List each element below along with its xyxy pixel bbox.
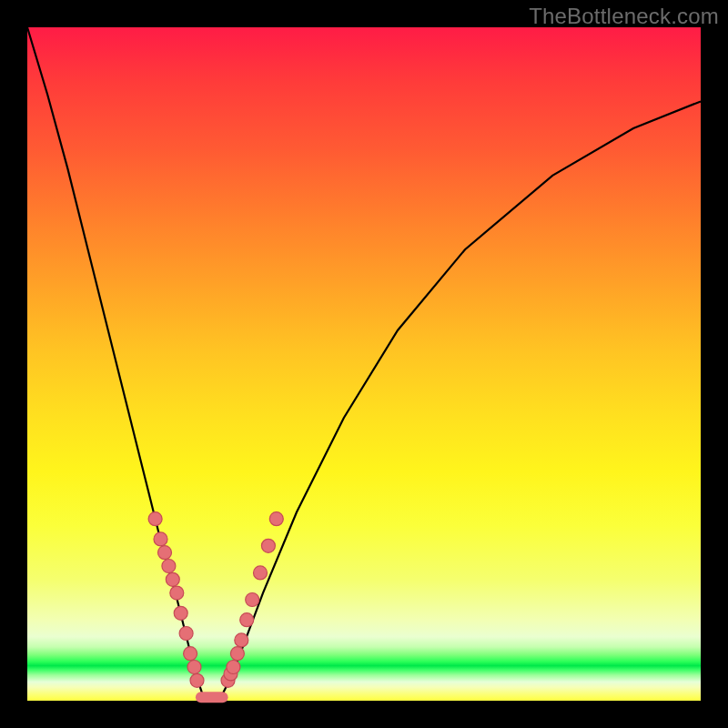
data-marker <box>184 647 197 661</box>
data-marker <box>269 512 283 526</box>
data-marker <box>235 633 248 647</box>
marker-cluster-right <box>221 512 283 688</box>
marker-cluster-left <box>148 512 204 688</box>
data-marker <box>148 512 162 526</box>
data-marker <box>166 572 179 586</box>
data-marker <box>254 566 268 580</box>
data-marker <box>179 627 193 641</box>
data-marker <box>227 661 240 674</box>
chart-frame: TheBottleneck.com <box>0 0 728 728</box>
bottleneck-curve <box>27 27 701 701</box>
data-marker <box>162 560 176 573</box>
data-marker <box>240 613 254 627</box>
data-marker <box>158 546 172 560</box>
overlay-svg <box>27 27 701 701</box>
data-marker <box>190 673 204 687</box>
data-marker <box>154 532 167 546</box>
data-marker <box>261 539 275 552</box>
data-marker <box>246 593 259 607</box>
data-marker <box>170 586 184 600</box>
data-marker <box>230 647 244 661</box>
data-marker <box>174 606 187 620</box>
data-marker <box>187 661 201 674</box>
watermark-text: TheBottleneck.com <box>529 4 719 29</box>
